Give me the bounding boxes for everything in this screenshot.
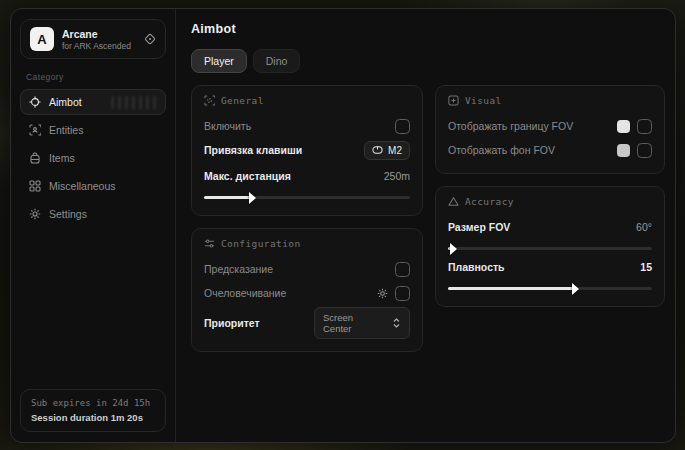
fov-bg-color-swatch[interactable] [617,144,630,157]
humanize-checkbox[interactable] [395,286,410,301]
sidebar-item-entities[interactable]: Entities [20,117,166,143]
fov-bg-checkbox[interactable] [637,143,652,158]
fov-size-label: Размер FOV [448,221,510,233]
diamond-target-icon[interactable] [144,33,156,45]
sidebar-item-label: Aimbot [49,96,82,108]
tab-player[interactable]: Player [191,49,247,73]
slider-thumb[interactable] [572,283,579,295]
brand-card: A Arcane for ARK Ascended [20,19,166,59]
ghost-decoration [111,96,157,109]
mouse-icon [372,145,383,155]
frame-plus-icon [448,95,459,106]
tune-icon [204,238,215,249]
max-distance-value: 250m [384,170,410,182]
fov-size-slider[interactable] [448,247,652,250]
panel-title: Configuration [221,238,301,249]
unfold-icon [392,318,401,328]
crosshair-icon [29,96,41,108]
backpack-icon [29,152,41,164]
subscription-info-card: Sub expires in 24d 15h Session duration … [20,389,166,432]
max-distance-slider[interactable] [204,196,410,199]
panel-configuration: Configuration Предсказание Очеловечивани… [191,228,423,352]
panel-visual: Visual Отображать границу FOV Отображать… [435,85,665,174]
prediction-checkbox[interactable] [395,262,410,277]
keybind-button[interactable]: M2 [364,141,410,160]
slider-thumb[interactable] [249,192,256,204]
sidebar-item-label: Miscellaneous [49,180,116,192]
gear-icon[interactable] [377,288,388,299]
humanize-label: Очеловечивание [204,287,286,299]
sidebar-item-items[interactable]: Items [20,145,166,171]
priority-value: Screen Center [323,312,384,334]
smoothness-slider[interactable] [448,287,652,290]
sidebar-item-miscellaneous[interactable]: Miscellaneous [20,173,166,199]
main-content: Aimbot Player Dino General Включить [176,9,676,442]
slider-thumb[interactable] [450,243,457,255]
app-title: Arcane [62,28,131,40]
focus-icon [204,95,215,106]
enable-checkbox[interactable] [395,119,410,134]
keybind-label: Привязка клавиши [204,144,302,156]
panel-title: Accuracy [465,196,514,207]
sidebar: A Arcane for ARK Ascended Category Aimbo… [11,9,176,442]
triangle-icon [448,196,459,207]
fov-bg-label: Отображать фон FOV [448,144,555,156]
grid-icon [29,180,41,192]
category-label: Category [26,72,160,82]
max-distance-label: Макс. дистанция [204,170,291,182]
sidebar-item-label: Entities [49,124,83,136]
panel-accuracy: Accuracy Размер FOV 60° Плавность 15 [435,186,665,307]
cheat-menu-window: A Arcane for ARK Ascended Category Aimbo… [10,8,676,443]
fov-size-value: 60° [636,221,652,233]
sidebar-item-label: Items [49,152,75,164]
smoothness-value: 15 [640,261,652,273]
keybind-value: M2 [388,145,402,156]
tab-bar: Player Dino [191,49,665,73]
sidebar-item-settings[interactable]: Settings [20,201,166,227]
panel-title: General [221,95,264,106]
fov-border-label: Отображать границу FOV [448,120,573,132]
gear-icon [29,208,41,220]
page-title: Aimbot [191,22,665,36]
priority-label: Приоритет [204,317,260,329]
sidebar-nav: Aimbot Entities Items Miscellaneous [20,89,166,227]
panel-title: Visual [465,95,502,106]
session-duration-text: Session duration 1m 20s [31,412,155,423]
priority-dropdown[interactable]: Screen Center [314,307,410,339]
fov-border-color-swatch[interactable] [617,120,630,133]
enable-label: Включить [204,120,251,132]
sidebar-item-label: Settings [49,208,87,220]
sidebar-item-aimbot[interactable]: Aimbot [20,89,166,115]
game-background: { "sidebar": { "logo_letter": "A", "titl… [0,0,685,450]
sub-expires-text: Sub expires in 24d 15h [31,398,155,408]
smoothness-label: Плавность [448,261,505,273]
scan-person-icon [29,124,41,136]
prediction-label: Предсказание [204,263,273,275]
panel-general: General Включить Привязка клавиши M2 [191,85,423,216]
app-subtitle: for ARK Ascended [62,41,131,51]
tab-dino[interactable]: Dino [253,49,301,73]
app-logo: A [30,27,54,51]
fov-border-checkbox[interactable] [637,119,652,134]
